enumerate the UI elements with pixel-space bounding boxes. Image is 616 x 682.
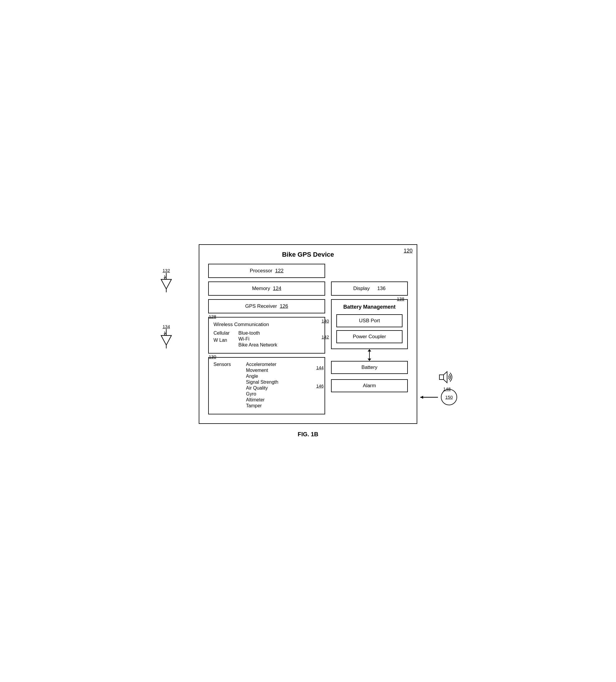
left-column: Processor 122 Memory 124 GPS Receiver	[208, 264, 325, 414]
sensor-item-7: Tamper	[246, 403, 278, 409]
bidir-arrow	[331, 349, 408, 361]
sensor-item-6: Altimeter	[246, 397, 278, 403]
gps-box: GPS Receiver 126	[208, 299, 325, 313]
sensors-list: Accelerometer Movement Angle Signal Stre…	[246, 362, 278, 409]
antenna-mid: 134	[159, 324, 174, 350]
wireless-box: 128 Wireless Communication Cellular W La…	[208, 317, 325, 354]
ref-140-label: 140	[322, 318, 329, 323]
display-box: Display 136	[331, 281, 408, 296]
wireless-right: Blue-tooth Wi-Fi Bike Area Network	[238, 331, 277, 348]
ref-146-label: 146	[316, 383, 324, 388]
ref-120-label: 120	[404, 248, 413, 254]
wifi-label: Wi-Fi	[238, 336, 277, 342]
processor-label: Processor	[250, 268, 273, 274]
ref-148-label: 148	[439, 386, 455, 391]
power-arrow-icon	[417, 393, 441, 402]
bidir-arrow-line	[369, 351, 370, 359]
bluetooth-label: Blue-tooth	[238, 331, 277, 336]
main-device-box: 120 Bike GPS Device Processor 122 Memory	[199, 244, 417, 424]
sensor-item-4: Air Quality	[246, 385, 278, 391]
power-source-circle: 150	[417, 389, 457, 405]
figure-caption: FIG. 1B	[298, 431, 318, 438]
memory-box: Memory 124	[208, 281, 325, 296]
sensors-content: Sensors Accelerometer Movement Angle Sig…	[213, 362, 320, 409]
alarm-label: Alarm	[363, 383, 376, 389]
sensor-item-0: Accelerometer	[246, 362, 278, 367]
ref-128-label: 128	[209, 314, 216, 319]
processor-box: Processor 122	[208, 264, 325, 278]
antenna-134-icon	[159, 329, 174, 350]
speaker-icon	[439, 370, 455, 385]
alarm-box: Alarm	[331, 379, 408, 392]
battery-box: Battery	[331, 361, 408, 374]
sensors-left: Sensors	[213, 362, 237, 409]
spacer	[331, 374, 408, 379]
svg-rect-8	[439, 375, 443, 380]
processor-ref: 122	[275, 268, 283, 274]
ref-132: 132	[162, 268, 170, 273]
sensor-item-1: Movement	[246, 368, 278, 373]
ref-150-circle: 150	[441, 389, 457, 405]
sensors-label: Sensors	[213, 362, 231, 367]
power-coupler-box: Power Coupler	[336, 330, 403, 343]
ban-label: Bike Area Network	[238, 342, 277, 348]
cellular-label: Cellular	[213, 331, 229, 336]
battery-row: 144 Battery	[331, 361, 408, 374]
svg-marker-4	[161, 336, 172, 345]
display-ref: 136	[377, 286, 385, 292]
alarm-row: 146 Alarm	[331, 379, 408, 392]
main-title: Bike GPS Device	[208, 251, 408, 258]
right-column: Display 136 138 Battery Management 140	[331, 264, 408, 414]
power-coupler-label: Power Coupler	[353, 334, 386, 340]
ref-142-label: 142	[322, 334, 329, 339]
wireless-left: Cellular W Lan	[213, 331, 229, 348]
display-label: Display	[353, 286, 370, 292]
usb-port-label: USB Port	[359, 318, 380, 324]
battery-management-box: 138 Battery Management 140 USB Port	[331, 299, 408, 349]
speaker-area: 148	[439, 370, 455, 391]
ref-134: 134	[162, 324, 170, 329]
ref-138-label: 138	[397, 296, 404, 301]
svg-marker-7	[420, 396, 423, 399]
sensor-item-3: Signal Strength	[246, 380, 278, 385]
sensor-item-2: Angle	[246, 373, 278, 379]
wlan-label: W Lan	[213, 338, 229, 343]
gps-label: GPS Receiver	[245, 303, 277, 309]
antenna-132-icon	[159, 273, 174, 294]
battery-mgmt-inner: 140 USB Port 142 Power Coupler	[336, 314, 403, 343]
svg-marker-1	[161, 279, 172, 289]
antenna-top: 132	[159, 268, 174, 294]
svg-marker-9	[443, 371, 447, 383]
ref-150-label: 150	[445, 394, 453, 400]
ref-144-label: 144	[316, 365, 324, 370]
memory-label: Memory	[252, 286, 270, 292]
ref-130-label: 130	[209, 354, 216, 359]
gps-ref: 126	[280, 303, 288, 309]
sensor-item-5: Gyro	[246, 391, 278, 397]
usb-port-box: USB Port	[336, 314, 403, 327]
battery-mgmt-title: Battery Management	[336, 304, 403, 310]
battery-label: Battery	[362, 364, 378, 370]
sensors-box: 130 Sensors Accelerometer Movement Angle…	[208, 357, 325, 414]
memory-ref: 124	[273, 286, 281, 292]
wireless-title: Wireless Communication	[213, 322, 320, 327]
